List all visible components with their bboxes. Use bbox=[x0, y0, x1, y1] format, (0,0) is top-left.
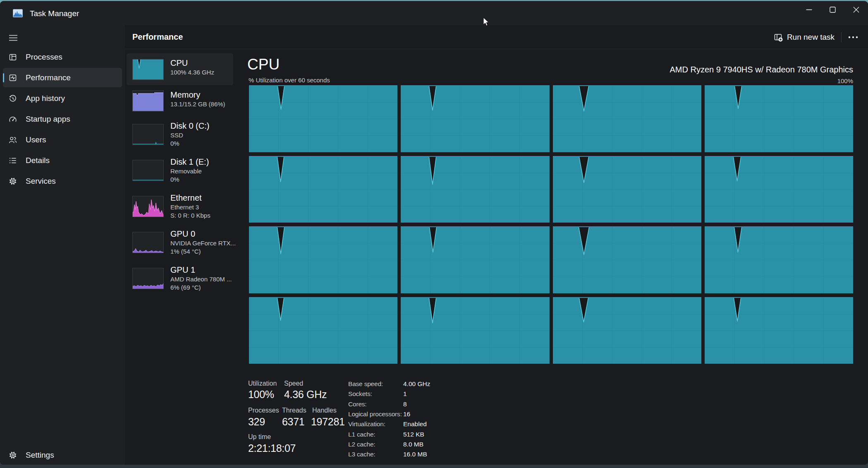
core-graph-3 bbox=[705, 85, 853, 152]
core-graph-8 bbox=[249, 226, 397, 293]
perf-item-subtitle: 0% bbox=[170, 175, 209, 184]
perf-list-item-disk0[interactable]: Disk 0 (C:)SSD0% bbox=[127, 116, 233, 152]
perf-list-item-cpu[interactable]: CPU100% 4.36 GHz bbox=[127, 53, 233, 85]
cpu-detail-row: Virtualization:Enabled bbox=[348, 420, 430, 430]
perf-item-title: Ethernet bbox=[170, 193, 210, 203]
core-graph-10 bbox=[553, 226, 701, 293]
perf-list-item-gpu0[interactable]: GPU 0NVIDIA GeForce RTX...1% (54 °C) bbox=[127, 224, 233, 260]
core-graph-11 bbox=[705, 226, 853, 293]
processes-label: Processes bbox=[248, 407, 279, 414]
sidebar-item-details[interactable]: Details bbox=[3, 151, 122, 170]
speed-label: Speed bbox=[284, 380, 303, 387]
cpu-detail-row: Logical processors:16 bbox=[348, 410, 430, 420]
perf-item-subtitle: AMD Radeon 780M ... bbox=[170, 275, 232, 283]
cpu-detail-row: Base speed:4.00 GHz bbox=[348, 380, 430, 390]
detail-value: 4.00 GHz bbox=[403, 380, 430, 390]
threads-label: Threads bbox=[282, 407, 306, 414]
sidebar-item-services[interactable]: Services bbox=[3, 171, 122, 191]
sidebar-item-performance[interactable]: Performance bbox=[3, 68, 122, 87]
core-graph-0 bbox=[249, 85, 397, 152]
uptime-value: 2:21:18:07 bbox=[248, 442, 296, 454]
perf-item-subtitle: Ethernet 3 bbox=[170, 203, 210, 211]
more-options-button[interactable] bbox=[844, 30, 862, 45]
startup-apps-icon bbox=[9, 115, 17, 123]
cpu-pane-title: CPU bbox=[247, 56, 280, 73]
sidebar-item-startup-apps[interactable]: Startup apps bbox=[3, 109, 122, 129]
hamburger-menu-icon[interactable] bbox=[6, 30, 21, 45]
services-icon bbox=[9, 177, 17, 185]
disk1-mini-graph bbox=[132, 160, 164, 181]
sidebar-item-users[interactable]: Users bbox=[3, 130, 122, 149]
sidebar-item-label: App history bbox=[26, 94, 65, 103]
handles-value: 197281 bbox=[311, 416, 345, 428]
core-graph-6 bbox=[553, 156, 701, 223]
perf-item-subtitle: 13.1/15.2 GB (86%) bbox=[170, 100, 225, 108]
titlebar: Task Manager bbox=[0, 1, 868, 25]
sidebar-item-settings[interactable]: Settings bbox=[3, 445, 122, 465]
perf-list-item-disk1[interactable]: Disk 1 (E:)Removable0% bbox=[127, 152, 233, 188]
detail-label: Cores: bbox=[348, 401, 403, 410]
details-icon bbox=[9, 156, 17, 165]
maximize-button[interactable] bbox=[821, 1, 844, 18]
perf-list-item-memory[interactable]: Memory13.1/15.2 GB (86%) bbox=[127, 85, 233, 116]
processes-value: 329 bbox=[248, 416, 265, 428]
perf-item-title: Disk 1 (E:) bbox=[170, 157, 209, 167]
window-title: Task Manager bbox=[30, 9, 79, 18]
perf-item-title: CPU bbox=[170, 58, 214, 68]
detail-label: L3 cache: bbox=[348, 451, 403, 461]
run-new-task-button[interactable]: Run new task bbox=[770, 29, 839, 46]
core-graph-13 bbox=[401, 297, 549, 364]
close-button[interactable] bbox=[844, 1, 868, 18]
uptime-label: Up time bbox=[248, 433, 271, 441]
sidebar-item-label: Processes bbox=[26, 53, 62, 62]
core-graph-9 bbox=[401, 226, 549, 293]
detail-label: L1 cache: bbox=[348, 431, 403, 441]
graph-axis-label: % Utilization over 60 seconds bbox=[249, 77, 330, 84]
core-graph-5 bbox=[401, 156, 549, 223]
utilization-label: Utilization bbox=[248, 380, 277, 387]
page-title: Performance bbox=[132, 32, 183, 42]
perf-item-subtitle: 100% 4.36 GHz bbox=[170, 68, 214, 77]
core-graph-4 bbox=[249, 156, 397, 223]
speed-value: 4.36 GHz bbox=[284, 389, 327, 401]
cpu-detail-row: L2 cache:8.0 MB bbox=[348, 441, 430, 451]
perf-item-title: Disk 0 (C:) bbox=[170, 121, 209, 131]
core-graph-12 bbox=[249, 297, 397, 364]
sidebar-item-label: Services bbox=[26, 177, 56, 186]
sidebar-item-label: Performance bbox=[26, 73, 71, 82]
sidebar-item-app-history[interactable]: App history bbox=[3, 89, 122, 108]
core-graph-7 bbox=[705, 156, 853, 223]
ellipsis-icon bbox=[848, 36, 858, 38]
detail-label: Base speed: bbox=[348, 380, 403, 390]
detail-value: 1 bbox=[403, 390, 407, 400]
perf-list-item-gpu1[interactable]: GPU 1AMD Radeon 780M ...6% (69 °C) bbox=[127, 260, 233, 296]
ethernet-mini-graph bbox=[132, 196, 164, 217]
gear-icon bbox=[9, 451, 17, 459]
graph-scale-max: 100% bbox=[837, 77, 853, 84]
performance-icon bbox=[9, 74, 17, 82]
cpu-detail-row: L1 cache:512 KB bbox=[348, 431, 430, 441]
minimize-button[interactable] bbox=[797, 1, 821, 18]
detail-label: Logical processors: bbox=[348, 410, 403, 420]
detail-label: Virtualization: bbox=[348, 420, 403, 430]
app-history-icon bbox=[9, 94, 17, 103]
run-new-task-label: Run new task bbox=[787, 33, 835, 42]
sidebar-item-label: Users bbox=[26, 135, 46, 144]
selected-accent-bar bbox=[3, 73, 4, 82]
perf-item-subtitle: Removable bbox=[170, 167, 209, 175]
detail-label: L2 cache: bbox=[348, 441, 403, 451]
cpu-detail-row: Cores:8 bbox=[348, 401, 430, 410]
header-divider bbox=[841, 32, 842, 43]
disk0-mini-graph bbox=[132, 124, 164, 145]
detail-value: 8 bbox=[403, 401, 407, 410]
sidebar-item-processes[interactable]: Processes bbox=[3, 47, 122, 67]
perf-list-item-ethernet[interactable]: EthernetEthernet 3S: 0 R: 0 Kbps bbox=[127, 188, 233, 224]
task-manager-window: Task Manager ProcessesPerformanceApp his… bbox=[0, 1, 868, 465]
perf-item-title: GPU 0 bbox=[170, 229, 236, 239]
perf-item-subtitle: S: 0 R: 0 Kbps bbox=[170, 211, 210, 220]
sidebar-item-label: Startup apps bbox=[26, 115, 70, 124]
users-icon bbox=[9, 136, 17, 144]
cpu-core-graphs bbox=[249, 85, 853, 364]
perf-item-subtitle: SSD bbox=[170, 131, 209, 139]
core-graph-2 bbox=[553, 85, 701, 152]
